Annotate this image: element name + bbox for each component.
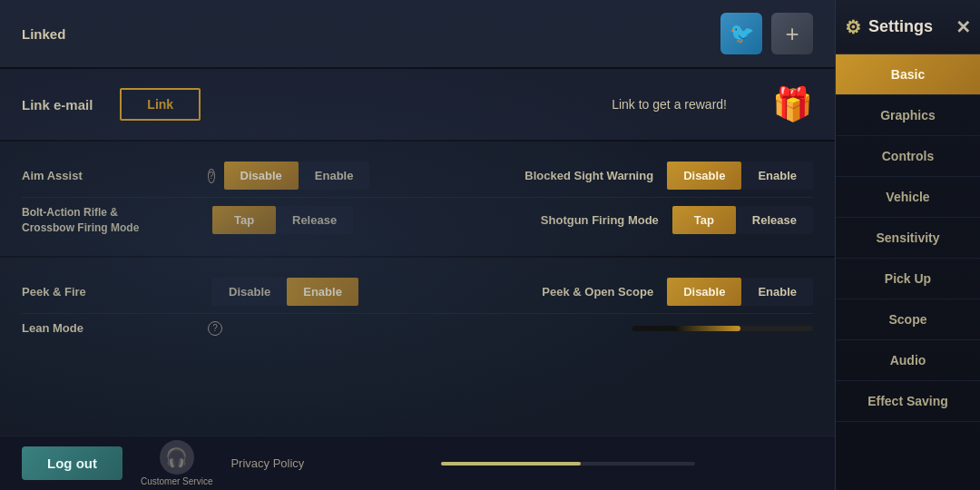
peek-scope-label: Peek & Open Scope — [542, 285, 653, 299]
sidebar-item-graphics[interactable]: Graphics — [836, 95, 980, 136]
sidebar-vehicle-label: Vehicle — [886, 190, 929, 204]
settings-header: ⚙ Settings ✕ — [836, 0, 980, 54]
sidebar-pickup-label: Pick Up — [885, 271, 931, 286]
sidebar-audio-label: Audio — [890, 353, 926, 368]
linked-section: Linked 🐦 + — [0, 0, 835, 69]
logout-button[interactable]: Log out — [22, 446, 122, 480]
peek-scope-enable-button[interactable]: Enable — [741, 278, 813, 306]
bolt-release-button[interactable]: Release — [276, 206, 353, 234]
headset-icon: 🎧 — [160, 440, 194, 475]
linked-label: Linked — [22, 26, 65, 42]
peek-fire-label: Peek & Fire — [22, 285, 203, 299]
sidebar-item-audio[interactable]: Audio — [836, 340, 980, 381]
lean-mode-help-icon[interactable]: ? — [208, 321, 222, 336]
blocked-sight-label: Blocked Sight Warning — [524, 169, 653, 182]
aim-assist-help-icon[interactable]: ? — [208, 169, 215, 183]
customer-service-label: Customer Service — [141, 476, 212, 486]
shotgun-release-button[interactable]: Release — [736, 206, 813, 234]
shotgun-tap-button[interactable]: Tap — [672, 206, 736, 234]
sidebar-scope-label: Scope — [888, 312, 926, 327]
peek-fire-enable-button[interactable]: Enable — [287, 278, 358, 306]
bolt-tap-button[interactable]: Tap — [212, 206, 276, 234]
sidebar-item-effect[interactable]: Effect Saving — [836, 381, 980, 422]
shotgun-label: Shotgun Firing Mode — [541, 213, 659, 227]
twitter-button[interactable]: 🐦 — [720, 13, 762, 54]
blocked-disable-button[interactable]: Disable — [667, 162, 741, 190]
blocked-enable-button[interactable]: Enable — [741, 162, 813, 190]
sidebar-basic-label: Basic — [891, 67, 925, 82]
sidebar-item-basic[interactable]: Basic — [836, 54, 980, 95]
gift-icon: 🎁 — [772, 85, 813, 123]
aim-enable-button[interactable]: Enable — [299, 162, 370, 190]
sidebar-controls-label: Controls — [882, 149, 935, 163]
link-button[interactable]: Link — [120, 88, 201, 121]
settings-title: ⚙ Settings — [845, 16, 933, 38]
sidebar-graphics-label: Graphics — [880, 108, 936, 122]
lean-mode-label: Lean Mode — [22, 321, 203, 335]
linked-icons: 🐦 + — [720, 13, 813, 54]
lean-mode-row: Lean Mode ? — [22, 313, 813, 343]
aim-assist-row: Aim Assist ? Disable Enable Blocked Sigh… — [22, 154, 813, 197]
email-label: Link e-mail — [22, 97, 93, 113]
sidebar-item-vehicle[interactable]: Vehicle — [836, 177, 980, 218]
email-section: Link e-mail Link Link to get a reward! 🎁 — [0, 69, 835, 142]
peek-scope-disable-button[interactable]: Disable — [667, 278, 741, 306]
sidebar-sensitivity-label: Sensitivity — [876, 230, 939, 245]
bolt-action-label: Bolt-Action Rifle &Crossbow Firing Mode — [22, 205, 203, 236]
sidebar-item-sensitivity[interactable]: Sensitivity — [836, 218, 980, 259]
peek-fire-row: Peek & Fire Disable Enable Peek & Open S… — [22, 270, 813, 313]
close-button[interactable]: ✕ — [956, 16, 971, 38]
customer-service-button[interactable]: 🎧 Customer Service — [141, 440, 212, 486]
firing-mode-row: Bolt-Action Rifle &Crossbow Firing Mode … — [22, 197, 813, 243]
aim-section: Aim Assist ? Disable Enable Blocked Sigh… — [0, 142, 835, 258]
sidebar: ⚙ Settings ✕ Basic Graphics Controls Veh… — [835, 0, 980, 490]
sidebar-item-controls[interactable]: Controls — [836, 136, 980, 177]
sidebar-effect-label: Effect Saving — [867, 394, 948, 408]
aim-assist-label: Aim Assist — [22, 169, 203, 182]
settings-title-text: Settings — [868, 17, 933, 36]
privacy-policy-link[interactable]: Privacy Policy — [230, 456, 304, 470]
reward-text: Link to get a reward! — [612, 97, 727, 112]
gear-icon: ⚙ — [845, 16, 861, 38]
peek-fire-disable-button[interactable]: Disable — [212, 278, 287, 306]
sidebar-item-pickup[interactable]: Pick Up — [836, 259, 980, 299]
add-link-button[interactable]: + — [771, 13, 813, 54]
aim-disable-button[interactable]: Disable — [224, 162, 299, 190]
main-content: Linked 🐦 + Link e-mail Link Link to get … — [0, 0, 835, 490]
footer: Log out 🎧 Customer Service Privacy Polic… — [0, 436, 835, 490]
sidebar-item-scope[interactable]: Scope — [836, 299, 980, 340]
